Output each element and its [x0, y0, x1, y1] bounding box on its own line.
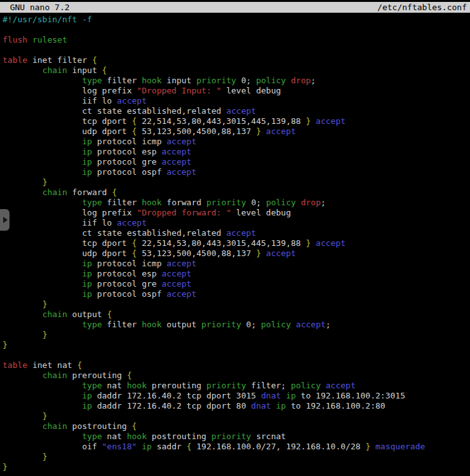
code-line[interactable]: flush ruleset	[3, 35, 470, 45]
code-token: chain	[43, 65, 67, 75]
code-token: "ens18"	[102, 442, 137, 451]
code-line[interactable]: chain postrouting {	[3, 421, 470, 432]
code-token: protocol ospf	[92, 289, 166, 299]
code-token: chain	[43, 309, 67, 319]
code-line[interactable]: ip protocol gre accept	[3, 157, 470, 167]
code-line[interactable]	[3, 45, 470, 55]
code-line[interactable]: udp dport { 53,123,500,4500,88,137 } acc…	[3, 126, 470, 137]
code-line[interactable]: ip protocol ospf accept	[3, 289, 470, 299]
code-line[interactable]: #!/usr/sbin/nft -f	[3, 15, 470, 25]
code-token: ruleset	[32, 35, 67, 44]
code-token: chain	[43, 371, 67, 380]
code-line[interactable]: type nat hook prerouting priority filter…	[3, 381, 470, 391]
code-token: ip	[82, 279, 92, 289]
code-line[interactable]: log prefix "Dropped forward: " level deb…	[3, 208, 470, 218]
code-line[interactable]: ip protocol esp accept	[3, 147, 470, 157]
code-line[interactable]	[3, 350, 470, 360]
code-line[interactable]: type nat hook postrouting priority srcna…	[3, 432, 470, 442]
code-token: "Dropped forward: "	[137, 208, 231, 217]
code-line[interactable]: tcp dport { 22,514,53,80,443,3015,445,13…	[3, 116, 470, 126]
code-line[interactable]: ct state established,related accept	[3, 106, 470, 116]
code-line[interactable]: chain prerouting {	[3, 371, 470, 381]
code-token: 192.168.100.0/27, 192.168.10.0/28	[191, 442, 365, 451]
code-token	[3, 147, 82, 156]
code-line[interactable]: log prefix "Dropped Input: " level debug	[3, 86, 470, 96]
code-token: srcnat	[251, 432, 286, 441]
code-token: ip	[82, 147, 92, 156]
code-token: type	[82, 198, 102, 207]
code-line[interactable]: ip protocol ospf accept	[3, 167, 470, 177]
code-line[interactable]: ip protocol icmp accept	[3, 259, 470, 269]
code-line[interactable]: type filter hook output priority 0; poli…	[3, 320, 470, 330]
code-token: accept	[226, 228, 256, 238]
code-token	[3, 299, 43, 309]
code-token: {	[77, 360, 82, 370]
code-token: accept	[161, 269, 191, 278]
code-token: priority	[206, 198, 246, 207]
code-line[interactable]: iif lo accept	[3, 218, 470, 228]
code-line[interactable]: ip protocol gre accept	[3, 279, 470, 289]
code-token: udp dport	[3, 248, 132, 258]
code-line[interactable]: table inet nat {	[3, 360, 470, 371]
code-line[interactable]: }	[3, 462, 470, 472]
code-token: accept	[117, 96, 147, 105]
code-token: ip	[82, 167, 92, 177]
code-line[interactable]	[3, 25, 470, 35]
code-line[interactable]: type filter hook input priority 0; polic…	[3, 76, 470, 86]
code-line[interactable]: chain forward {	[3, 187, 470, 198]
code-token: }	[43, 177, 48, 187]
code-token: to 192.168.100.2:80	[286, 401, 386, 411]
code-token: accept	[316, 238, 346, 248]
code-line[interactable]: tcp dport { 22,514,53,80,443,3015,445,13…	[3, 238, 470, 248]
code-line[interactable]: }	[3, 411, 470, 421]
code-line[interactable]: }	[3, 177, 470, 187]
code-token	[3, 157, 82, 167]
code-line[interactable]: ip daddr 172.16.40.2 tcp dport 3015 dnat…	[3, 391, 470, 401]
code-token: inet filter	[27, 55, 92, 65]
code-token: accept	[161, 279, 191, 289]
code-token	[291, 320, 296, 329]
code-token: {	[112, 187, 117, 197]
code-line[interactable]: ip protocol esp accept	[3, 269, 470, 279]
control-bar-handle[interactable]	[0, 209, 10, 231]
code-token: {	[102, 65, 107, 75]
code-token: forward	[67, 187, 112, 197]
code-token: accept	[161, 147, 191, 156]
code-token: accept	[166, 167, 196, 177]
code-token	[3, 187, 43, 197]
code-line[interactable]: }	[3, 299, 470, 309]
code-line[interactable]: iif lo accept	[3, 96, 470, 106]
code-line[interactable]: ip daddr 172.16.40.2 tcp dport 80 dnat i…	[3, 401, 470, 411]
code-line[interactable]: type filter hook forward priority 0; pol…	[3, 198, 470, 208]
code-token: accept	[266, 126, 296, 136]
code-line[interactable]: }	[3, 330, 470, 340]
code-token: {	[107, 309, 112, 319]
code-line[interactable]: udp dport { 53,123,500,4500,88,137 } acc…	[3, 248, 470, 259]
code-token: priority	[196, 76, 236, 85]
code-line[interactable]: ct state established,related accept	[3, 228, 470, 238]
editor-screen[interactable]: #!/usr/sbin/nft -f flush ruleset table i…	[0, 13, 470, 472]
code-token: drop	[301, 198, 321, 207]
code-token: }	[43, 330, 48, 339]
code-token: }	[256, 248, 261, 258]
code-line[interactable]: ip protocol icmp accept	[3, 137, 470, 147]
code-token: ip	[82, 269, 92, 278]
code-line[interactable]: }	[3, 340, 470, 350]
code-line[interactable]: }	[3, 452, 470, 462]
code-token	[261, 126, 266, 136]
code-token: hook	[127, 432, 147, 441]
code-line[interactable]: table inet filter {	[3, 55, 470, 65]
code-token	[311, 238, 316, 248]
code-token: policy	[266, 198, 296, 207]
chevron-right-icon	[3, 217, 8, 223]
code-token	[3, 309, 43, 319]
code-line[interactable]: chain output {	[3, 309, 470, 320]
code-token: prerouting	[147, 381, 206, 390]
file-path-label: /etc/nftables.conf	[377, 3, 467, 13]
code-token: ip	[82, 401, 92, 411]
code-token: }	[256, 126, 261, 136]
code-token: postrouting	[67, 421, 132, 431]
code-line[interactable]: chain input {	[3, 65, 470, 76]
code-token	[3, 381, 82, 390]
code-line[interactable]: oif "ens18" ip saddr { 192.168.100.0/27,…	[3, 442, 470, 452]
